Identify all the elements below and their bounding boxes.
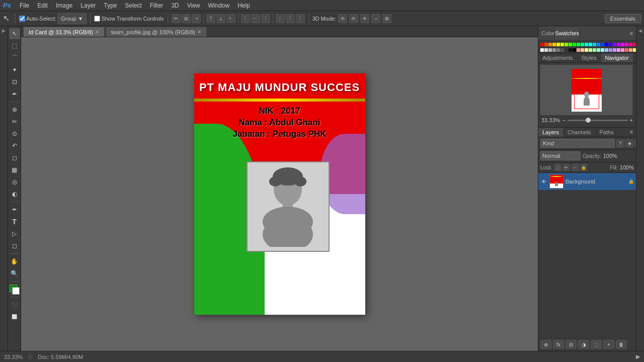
filter-type-icon[interactable]: T [616,139,624,147]
3d-mode-icon4[interactable]: ↔ [371,14,380,23]
align-top-icon[interactable]: ⊤ [206,14,215,23]
menu-filter[interactable]: Filter [146,1,167,10]
3d-mode-icon5[interactable]: ⊞ [382,14,391,23]
swatch-cell[interactable] [540,43,544,46]
menu-edit[interactable]: Edit [34,1,51,10]
transform-checkbox[interactable] [94,16,100,22]
3d-mode-icon2[interactable]: ⟳ [349,14,358,23]
text-tool[interactable]: T [9,216,20,227]
swatch-cell[interactable] [581,48,584,52]
align-center-h-icon[interactable]: ⊟ [182,14,191,23]
swatch-cell[interactable] [617,48,620,52]
dodge-tool[interactable]: ◐ [9,189,20,200]
layers-panel-menu[interactable]: ≡ [627,128,636,137]
crop-tool[interactable]: ⊡ [9,76,20,87]
swatch-cell[interactable] [593,43,596,46]
swatch-cell[interactable] [548,48,552,52]
zoom-tool[interactable]: 🔍 [9,268,20,279]
align-bottom-icon[interactable]: ⊦ [226,14,235,23]
essentials-button[interactable]: Essentials [605,14,641,23]
distribute-left-icon[interactable]: ⋮ [241,14,250,23]
swatch-cell[interactable] [544,48,548,52]
swatch-cell[interactable] [548,43,552,46]
swatch-cell[interactable] [625,48,628,52]
color-panel-menu[interactable]: ≡ [630,31,633,36]
distribute-h-icon[interactable]: ⋯ [251,14,260,23]
swatch-cell[interactable] [609,48,612,52]
align-center-v-icon[interactable]: ⊥ [216,14,225,23]
menu-file[interactable]: File [16,1,33,10]
move-tool[interactable]: ↖ [9,28,20,39]
swatch-cell[interactable] [556,43,560,46]
swatch-cell[interactable] [613,48,616,52]
zoom-slider-thumb[interactable] [586,118,591,123]
swatch-cell[interactable] [589,43,592,46]
zoom-slider[interactable] [568,120,627,121]
menu-help[interactable]: Help [234,1,254,10]
eyedropper-tool[interactable]: ✒ [9,88,20,100]
layer-new-btn[interactable]: + [603,340,614,349]
tab-color[interactable]: Color [541,28,555,39]
brush-tool[interactable]: ✏ [9,116,20,127]
swatch-cell[interactable] [597,43,600,46]
layer-visibility-toggle[interactable]: 👁 [540,178,547,185]
swatch-cell[interactable] [560,48,564,52]
screen-mode-icon[interactable]: ⬜ [9,311,20,322]
layer-fx-btn[interactable]: fx [553,340,564,349]
tab-swatches[interactable]: Swatches [555,28,580,39]
tab-channels[interactable]: Channels [564,128,595,137]
menu-3d[interactable]: 3D [168,1,182,10]
swatch-cell[interactable] [560,43,564,46]
swatch-cell[interactable] [544,43,548,46]
auto-select-type-dropdown[interactable]: Group ▼ [57,13,87,24]
lock-paint-icon[interactable]: ✏ [563,164,570,171]
healing-tool[interactable]: ⊕ [9,104,20,115]
menu-layer[interactable]: Layer [77,1,99,10]
3d-mode-icon1[interactable]: ⟲ [338,14,347,23]
swatch-cell[interactable] [573,43,576,46]
hand-tool[interactable]: ✋ [9,256,20,267]
swatch-cell[interactable] [601,43,604,46]
layer-adj-btn[interactable]: ◑ [578,340,589,349]
layers-search-input[interactable] [540,139,615,148]
zoom-out-icon[interactable]: − [562,117,566,123]
tab-adjustments[interactable]: Adjustments [538,53,578,62]
tab-paths[interactable]: Paths [596,128,618,137]
layer-background[interactable]: 👁 Background 🔒 [538,173,636,191]
tab-navigator[interactable]: Navigator [601,53,633,62]
3d-mode-icon3[interactable]: ✛ [360,14,369,23]
history-brush-tool[interactable]: ↶ [9,140,20,151]
menu-window[interactable]: Window [205,1,233,10]
collapse-arrow-left[interactable]: ▶ [2,28,6,33]
swatch-cell[interactable] [565,43,568,46]
swatch-cell[interactable] [552,48,556,52]
selection-tool[interactable]: ⬚ [9,40,20,51]
quick-select-tool[interactable]: ✦ [9,64,20,75]
menu-image[interactable]: Image [52,1,76,10]
swatch-cell[interactable] [617,43,620,46]
swatch-cell[interactable] [605,48,608,52]
path-select-tool[interactable]: ▷ [9,228,20,239]
swatch-cell[interactable] [569,48,572,52]
auto-select-checkbox[interactable] [19,16,25,22]
swatch-cell[interactable] [569,43,572,46]
align-right-icon[interactable]: ⊣ [192,14,201,23]
status-arrow[interactable]: ▶ [636,353,640,359]
swatch-cell[interactable] [629,43,632,46]
clone-tool[interactable]: ⊙ [9,128,20,139]
menu-view[interactable]: View [184,1,204,10]
collapse-arrow-right[interactable]: ◀ [636,26,644,33]
lasso-tool[interactable]: ⌒ [9,52,20,63]
layer-group-btn[interactable]: ⬚ [591,340,602,349]
swatch-cell[interactable] [605,43,608,46]
distribute-top-icon[interactable]: ⋮ [276,14,285,23]
shape-tool[interactable]: ◻ [9,240,20,251]
swatch-cell[interactable] [577,48,580,52]
pen-tool[interactable]: ✒ [9,204,20,215]
tab-team-profile-close[interactable]: ✕ [197,29,201,35]
swatch-cell[interactable] [589,48,592,52]
tab-team-profile[interactable]: team_profile.jpg @ 100% (RGB/8) ✕ [106,27,207,37]
swatch-cell[interactable] [629,48,632,52]
blend-mode-select[interactable]: Normal [540,151,581,160]
swatch-cell[interactable] [621,43,624,46]
